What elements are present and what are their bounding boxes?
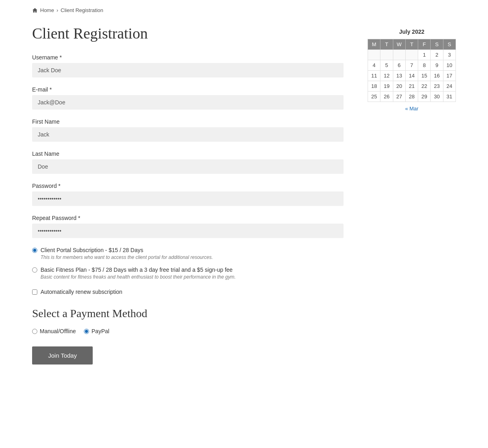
calendar-day-cell: 27 — [393, 92, 405, 102]
calendar-day-cell: 7 — [405, 60, 418, 71]
subscription-option-1: Client Portal Subscription - $15 / 28 Da… — [32, 247, 344, 260]
calendar-day-cell: 11 — [368, 71, 380, 81]
calendar-day-cell: 5 — [380, 60, 393, 71]
calendar-day-header: F — [418, 39, 431, 50]
calendar-day-cell: 19 — [380, 81, 393, 92]
firstname-group: First Name — [32, 118, 344, 142]
calendar-day-header: W — [393, 39, 405, 50]
firstname-input[interactable] — [32, 127, 344, 142]
calendar-day-cell: 16 — [431, 71, 443, 81]
registration-form: Username * E-mail * First Name Last Name… — [32, 54, 344, 365]
username-label: Username * — [32, 54, 344, 61]
subscription-option-2-title: Basic Fitness Plan - $75 / 28 Days with … — [41, 267, 236, 273]
breadcrumb-home-link[interactable]: Home — [40, 7, 54, 13]
subscription-radio-1[interactable] — [32, 248, 37, 253]
subscription-option-2-desc: Basic content for fitness freaks and hea… — [41, 274, 236, 280]
firstname-label: First Name — [32, 118, 344, 125]
calendar-prev-link[interactable]: « Mar — [405, 106, 418, 112]
lastname-label: Last Name — [32, 151, 344, 157]
payment-option-paypal: PayPal — [84, 328, 109, 334]
calendar: July 2022 MTWTFSS 1234567891011121314151… — [368, 29, 456, 112]
payment-options: Manual/Offline PayPal — [32, 328, 344, 334]
calendar-day-header: T — [405, 39, 418, 50]
calendar-day-cell: 13 — [393, 71, 405, 81]
subscription-radio-2[interactable] — [32, 267, 37, 273]
calendar-table: MTWTFSS 12345678910111213141516171819202… — [368, 39, 456, 102]
calendar-day-cell: 4 — [368, 60, 380, 71]
repeat-password-group: Repeat Password * — [32, 215, 344, 238]
calendar-day-cell — [380, 50, 393, 60]
calendar-day-cell: 21 — [405, 81, 418, 92]
calendar-day-cell: 2 — [431, 50, 443, 60]
email-input[interactable] — [32, 95, 344, 110]
calendar-title: July 2022 — [368, 29, 456, 35]
calendar-day-header: S — [431, 39, 443, 50]
calendar-day-cell: 29 — [418, 92, 431, 102]
calendar-day-cell — [393, 50, 405, 60]
calendar-day-cell: 24 — [443, 81, 455, 92]
email-group: E-mail * — [32, 86, 344, 110]
lastname-group: Last Name — [32, 151, 344, 174]
password-group: Password * — [32, 183, 344, 206]
calendar-day-cell: 20 — [393, 81, 405, 92]
calendar-day-cell — [405, 50, 418, 60]
calendar-nav: « Mar — [368, 105, 456, 112]
calendar-day-cell: 12 — [380, 71, 393, 81]
username-input[interactable] — [32, 63, 344, 77]
subscription-option-1-title: Client Portal Subscription - $15 / 28 Da… — [41, 247, 213, 253]
password-input[interactable] — [32, 191, 344, 206]
home-icon — [32, 8, 38, 13]
join-today-button[interactable]: Join Today — [32, 346, 93, 365]
calendar-day-cell: 14 — [405, 71, 418, 81]
calendar-day-cell: 9 — [431, 60, 443, 71]
email-label: E-mail * — [32, 86, 344, 93]
subscription-options: Client Portal Subscription - $15 / 28 Da… — [32, 247, 344, 280]
calendar-day-cell: 15 — [418, 71, 431, 81]
username-group: Username * — [32, 54, 344, 77]
breadcrumb-current: Client Registration — [61, 7, 103, 13]
payment-option-manual: Manual/Offline — [32, 328, 76, 334]
calendar-day-cell: 18 — [368, 81, 380, 92]
payment-radio-paypal[interactable] — [84, 329, 89, 334]
calendar-day-cell: 25 — [368, 92, 380, 102]
calendar-day-cell: 6 — [393, 60, 405, 71]
calendar-day-cell: 1 — [418, 50, 431, 60]
calendar-day-cell: 17 — [443, 71, 455, 81]
calendar-day-cell: 22 — [418, 81, 431, 92]
auto-renew-checkbox[interactable] — [32, 289, 37, 295]
calendar-day-cell — [368, 50, 380, 60]
calendar-day-cell: 10 — [443, 60, 455, 71]
subscription-option-2: Basic Fitness Plan - $75 / 28 Days with … — [32, 267, 344, 280]
breadcrumb: Home › Client Registration — [0, 0, 488, 20]
calendar-day-header: T — [380, 39, 393, 50]
page-title: Client Registration — [32, 24, 344, 42]
payment-section-title: Select a Payment Method — [32, 307, 344, 320]
payment-option-manual-label: Manual/Offline — [40, 328, 76, 334]
repeat-password-label: Repeat Password * — [32, 215, 344, 221]
subscription-option-1-desc: This is for members who want to access t… — [41, 255, 213, 260]
calendar-day-cell: 23 — [431, 81, 443, 92]
calendar-day-cell: 28 — [405, 92, 418, 102]
lastname-input[interactable] — [32, 159, 344, 174]
sidebar: July 2022 MTWTFSS 1234567891011121314151… — [368, 24, 456, 365]
password-label: Password * — [32, 183, 344, 189]
calendar-day-header: M — [368, 39, 380, 50]
main-content: Client Registration Username * E-mail * … — [32, 24, 344, 365]
auto-renew-group: Automatically renew subscription — [32, 289, 344, 295]
calendar-day-cell: 31 — [443, 92, 455, 102]
calendar-day-cell: 26 — [380, 92, 393, 102]
repeat-password-input[interactable] — [32, 224, 344, 238]
calendar-day-header: S — [443, 39, 455, 50]
breadcrumb-separator: › — [57, 7, 58, 13]
calendar-day-cell: 3 — [443, 50, 455, 60]
calendar-day-cell: 8 — [418, 60, 431, 71]
payment-radio-manual[interactable] — [32, 329, 37, 334]
calendar-day-cell: 30 — [431, 92, 443, 102]
payment-option-paypal-label: PayPal — [92, 328, 109, 334]
auto-renew-label: Automatically renew subscription — [41, 289, 122, 295]
